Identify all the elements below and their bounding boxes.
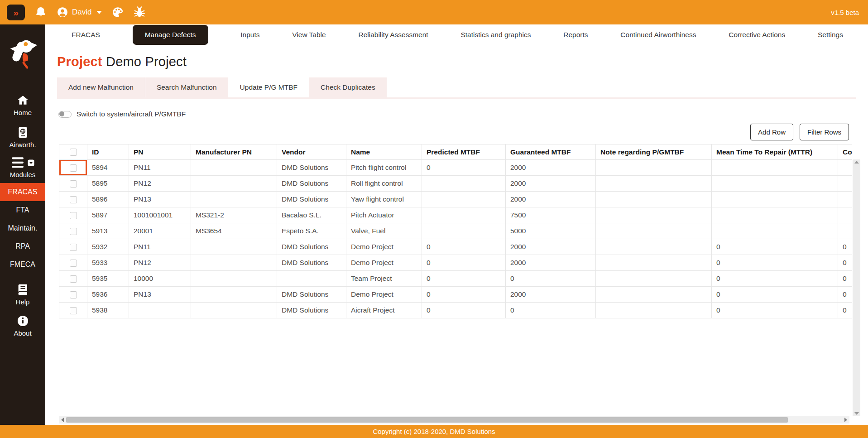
row-checkbox[interactable] xyxy=(70,291,77,298)
table-cell[interactable]: DMD Solutions xyxy=(277,239,346,255)
table-cell[interactable] xyxy=(838,192,853,207)
row-select-cell[interactable] xyxy=(59,207,87,223)
table-cell[interactable]: 0 xyxy=(506,303,596,318)
table-cell[interactable] xyxy=(838,160,853,176)
table-cell[interactable]: 10000 xyxy=(129,271,191,287)
table-cell[interactable] xyxy=(712,176,838,192)
table-cell[interactable] xyxy=(191,287,277,303)
table-cell[interactable] xyxy=(191,239,277,255)
table-cell[interactable]: 2000 xyxy=(506,239,596,255)
nav-item-manage-defects[interactable]: Manage Defects xyxy=(133,25,208,45)
row-select-cell[interactable] xyxy=(59,239,87,255)
table-cell[interactable]: Pitch Actuator xyxy=(346,207,422,223)
row-checkbox[interactable] xyxy=(70,244,77,251)
table-cell[interactable]: 5913 xyxy=(87,223,129,239)
table-cell[interactable]: 0 xyxy=(712,303,838,318)
table-cell[interactable] xyxy=(596,223,712,239)
table-cell[interactable]: 7500 xyxy=(506,207,596,223)
sidebar-item-modules[interactable]: Modules xyxy=(0,157,45,178)
row-select-cell[interactable] xyxy=(59,287,87,303)
row-checkbox[interactable] xyxy=(70,260,77,267)
table-cell[interactable] xyxy=(712,192,838,207)
table-cell[interactable] xyxy=(712,223,838,239)
row-select-cell[interactable] xyxy=(59,271,87,287)
table-cell[interactable] xyxy=(712,160,838,176)
table-cell[interactable] xyxy=(838,207,853,223)
table-cell[interactable]: Team Project xyxy=(346,271,422,287)
sidebar-module-maintain[interactable]: Maintain. xyxy=(0,219,45,237)
table-cell[interactable]: 0 xyxy=(712,255,838,271)
table-cell[interactable]: 0 xyxy=(838,271,853,287)
vertical-scrollbar[interactable] xyxy=(853,159,860,416)
nav-item-reliability-assessment[interactable]: Reliability Assessment xyxy=(358,31,428,39)
table-cell[interactable] xyxy=(422,207,506,223)
table-cell[interactable]: 5897 xyxy=(87,207,129,223)
table-cell[interactable]: DMD Solutions xyxy=(277,303,346,318)
table-cell[interactable]: 0 xyxy=(506,271,596,287)
nav-item-view-table[interactable]: View Table xyxy=(292,31,326,39)
table-cell[interactable]: 5894 xyxy=(87,160,129,176)
sidebar-item-airworthiness[interactable]: Airworth. xyxy=(0,126,45,149)
nav-item-corrective-actions[interactable]: Corrective Actions xyxy=(729,31,785,39)
table-cell[interactable] xyxy=(596,239,712,255)
table-cell[interactable] xyxy=(422,176,506,192)
table-cell[interactable] xyxy=(596,207,712,223)
nav-item-reports[interactable]: Reports xyxy=(563,31,588,39)
sidebar-module-fracas[interactable]: FRACAS xyxy=(0,183,45,201)
debug-bug-icon[interactable] xyxy=(134,6,145,18)
table-cell[interactable]: 0 xyxy=(838,303,853,318)
add-row-button[interactable]: Add Row xyxy=(750,124,793,140)
row-checkbox[interactable] xyxy=(70,164,77,172)
row-select-cell[interactable] xyxy=(59,176,87,192)
sidebar-module-fmeca[interactable]: FMECA xyxy=(0,255,45,274)
table-cell[interactable]: Pitch flight control xyxy=(346,160,422,176)
nav-item-inputs[interactable]: Inputs xyxy=(240,31,259,39)
table-cell[interactable]: 2000 xyxy=(506,287,596,303)
table-cell[interactable]: 0 xyxy=(838,287,853,303)
table-cell[interactable]: MS3654 xyxy=(191,223,277,239)
table-cell[interactable]: 20001 xyxy=(129,223,191,239)
table-cell[interactable]: 0 xyxy=(422,255,506,271)
row-select-cell[interactable] xyxy=(59,160,87,176)
table-cell[interactable] xyxy=(191,176,277,192)
tab-search-malfunction[interactable]: Search Malfunction xyxy=(145,77,228,97)
sidebar-item-home[interactable]: Home xyxy=(0,94,45,116)
tab-add-new-malfunction[interactable]: Add new Malfunction xyxy=(57,77,145,97)
table-cell[interactable] xyxy=(596,192,712,207)
table-cell[interactable]: 5895 xyxy=(87,176,129,192)
table-cell[interactable]: Bacalao S.L. xyxy=(277,207,346,223)
row-checkbox[interactable] xyxy=(70,212,77,219)
row-checkbox[interactable] xyxy=(70,180,77,188)
table-cell[interactable]: 0 xyxy=(838,255,853,271)
table-cell[interactable]: 5896 xyxy=(87,192,129,207)
tab-update-p-g-mtbf[interactable]: Update P/G MTBF xyxy=(229,77,309,97)
table-cell[interactable]: 2000 xyxy=(506,160,596,176)
row-checkbox[interactable] xyxy=(70,275,77,283)
table-cell[interactable]: 0 xyxy=(422,160,506,176)
table-cell[interactable]: PN12 xyxy=(129,255,191,271)
table-cell[interactable]: DMD Solutions xyxy=(277,192,346,207)
row-checkbox[interactable] xyxy=(70,307,77,314)
row-select-cell[interactable] xyxy=(59,255,87,271)
nav-item-fracas[interactable]: FRACAS xyxy=(72,31,100,39)
table-cell[interactable]: PN13 xyxy=(129,287,191,303)
horizontal-scroll-thumb[interactable] xyxy=(66,417,788,423)
table-cell[interactable] xyxy=(422,192,506,207)
table-cell[interactable]: 5935 xyxy=(87,271,129,287)
row-checkbox[interactable] xyxy=(70,228,77,235)
table-cell[interactable]: DMD Solutions xyxy=(277,255,346,271)
table-cell[interactable]: 0 xyxy=(838,239,853,255)
table-cell[interactable]: 0 xyxy=(422,239,506,255)
table-cell[interactable]: MS321-2 xyxy=(191,207,277,223)
table-cell[interactable]: 0 xyxy=(712,271,838,287)
table-cell[interactable] xyxy=(596,255,712,271)
sidebar-expand-button[interactable]: » xyxy=(7,5,25,20)
system-aircraft-toggle[interactable] xyxy=(58,111,72,118)
table-cell[interactable] xyxy=(191,271,277,287)
sidebar-module-fta[interactable]: FTA xyxy=(0,201,45,219)
table-cell[interactable]: 5936 xyxy=(87,287,129,303)
table-cell[interactable]: Espeto S.A. xyxy=(277,223,346,239)
table-cell[interactable]: Demo Project xyxy=(346,287,422,303)
theme-palette-icon[interactable] xyxy=(112,6,124,18)
table-cell[interactable]: Valve, Fuel xyxy=(346,223,422,239)
